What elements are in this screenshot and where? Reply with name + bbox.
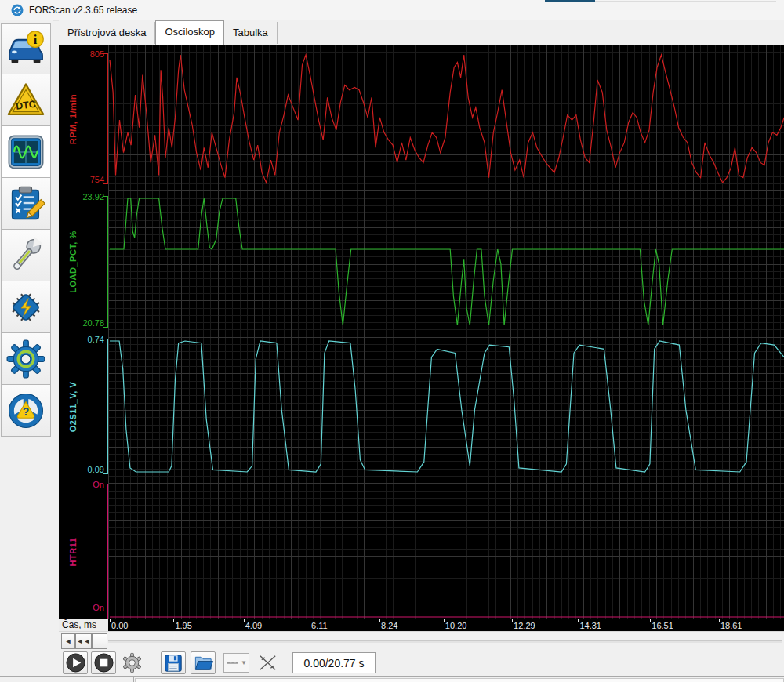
- x-tick-mark: [310, 619, 310, 622]
- x-tick-label: 6.11: [311, 621, 328, 630]
- x-tick-label: 4.09: [245, 621, 262, 630]
- save-icon: [163, 653, 183, 673]
- x-tick-label: 16.51: [652, 621, 673, 630]
- channel-min-o2s11-v-v: 0.09: [59, 464, 104, 475]
- axis-tick-min-htr11: [103, 619, 107, 619]
- trace-o2s11-v-v: [110, 341, 784, 472]
- x-tick-label: 0.00: [111, 621, 128, 630]
- trace-load-pct: [110, 198, 784, 325]
- markers-off-button[interactable]: [255, 651, 280, 674]
- x-tick-mark: [650, 619, 651, 622]
- channel-min-htr11: On: [59, 602, 104, 613]
- tab-oscilloscope[interactable]: Osciloskop: [155, 20, 224, 45]
- time-position-display[interactable]: 0.00/20.77 s: [292, 652, 376, 673]
- x-tick-mark: [173, 619, 174, 622]
- oscilloscope-icon: [5, 132, 46, 172]
- y-axis-htr11: [107, 484, 108, 619]
- sidebar-item-dtc[interactable]: DTC: [1, 74, 51, 126]
- channel-max-rpm-1-min: 805: [59, 49, 104, 60]
- record-settings-button[interactable]: [119, 651, 144, 674]
- channel-label-htr11: HTR11: [68, 489, 81, 615]
- y-axis-o2s11-v-v: [107, 339, 108, 474]
- tab-bar: Přístrojová deska Osciloskop Tabulka: [59, 20, 784, 45]
- dtc-icon: DTC: [5, 80, 46, 121]
- sidebar-item-oscilloscope[interactable]: [1, 126, 51, 178]
- sidebar-item-module-config[interactable]: [1, 281, 51, 333]
- chevron-down-icon: ▼: [241, 659, 247, 666]
- x-tick-mark: [719, 619, 720, 622]
- main-panel: Přístrojová deska Osciloskop Tabulka Čas…: [59, 20, 784, 682]
- x-axis-title: Čas, ms: [59, 619, 108, 631]
- x-tick-label: 8.24: [381, 621, 397, 630]
- channel-max-o2s11-v-v: 0.74: [59, 334, 104, 345]
- y-axis-load-pct: [107, 196, 108, 328]
- scroll-step-left-button[interactable]: ◄: [61, 633, 75, 649]
- x-tick-label: 14.31: [579, 621, 601, 630]
- stop-button[interactable]: [91, 651, 116, 674]
- timeline-scrollbar: ◄ ◄◄: [59, 631, 784, 651]
- tab-table[interactable]: Tabulka: [224, 22, 278, 44]
- module-config-icon: [5, 287, 46, 328]
- channel-label-o2s11-v-v: O2S11_V, V: [68, 344, 81, 470]
- stop-icon: [93, 652, 114, 673]
- x-tick-mark: [444, 619, 445, 622]
- marker-dropdown-value: [227, 662, 238, 664]
- sidebar-item-tests[interactable]: [1, 178, 51, 230]
- record-settings-icon: [122, 652, 143, 673]
- channel-max-load-pct: 23.92: [59, 191, 104, 202]
- vehicle-info-icon: i: [5, 28, 46, 69]
- channel-min-rpm-1-min: 754: [59, 174, 104, 185]
- x-tick-label: 1.95: [175, 621, 191, 630]
- toolbar: ▼ 0.00/20.77 s: [59, 650, 784, 676]
- titlebar-accent: [545, 0, 595, 2]
- x-axis: Čas, ms 0.001.954.096.118.2410.2012.2914…: [59, 619, 784, 631]
- channel-label-load-pct: LOAD_PCT, %: [68, 199, 81, 325]
- service-icon: [5, 235, 46, 276]
- panel-divider: [133, 677, 134, 682]
- tab-dashboard[interactable]: Přístrojová deska: [59, 22, 155, 44]
- open-icon: [193, 652, 214, 673]
- help-icon: ?: [5, 390, 46, 431]
- sidebar-item-help[interactable]: ?: [1, 385, 51, 437]
- markers-off-icon: [257, 652, 278, 673]
- sidebar-item-vehicle-info[interactable]: i: [1, 23, 51, 74]
- tests-icon: [5, 183, 46, 224]
- svg-text:?: ?: [23, 404, 30, 417]
- sidebar-item-settings[interactable]: [1, 333, 51, 385]
- app-logo-icon: [11, 4, 24, 16]
- svg-text:i: i: [34, 33, 38, 47]
- window-title: FORScan v2.3.65 release: [29, 5, 137, 16]
- x-tick-label: 10.20: [445, 621, 467, 630]
- titlebar: FORScan v2.3.65 release: [0, 0, 784, 21]
- channel-max-htr11: On: [59, 479, 104, 490]
- channel-min-load-pct: 20.78: [59, 317, 104, 328]
- play-button[interactable]: [63, 651, 88, 674]
- x-tick-mark: [379, 619, 380, 622]
- y-axis-rpm-1-min: [107, 53, 108, 184]
- scrollbar-thumb[interactable]: [92, 633, 107, 649]
- oscilloscope-display: Čas, ms 0.001.954.096.118.2410.2012.2914…: [59, 45, 784, 631]
- x-tick-mark: [578, 619, 579, 622]
- log-panel-top: [135, 678, 784, 682]
- x-tick-mark: [110, 619, 111, 622]
- sidebar: i DTC: [0, 20, 53, 682]
- save-button[interactable]: [161, 651, 186, 674]
- scrollbar-track[interactable]: [108, 640, 782, 643]
- marker-dropdown[interactable]: ▼: [223, 653, 249, 673]
- x-tick-label: 18.61: [720, 621, 742, 630]
- scroll-jump-start-button[interactable]: ◄◄: [75, 633, 92, 649]
- x-tick-mark: [244, 619, 245, 622]
- settings-icon: [5, 339, 46, 379]
- x-tick-label: 12.29: [514, 621, 535, 630]
- trace-rpm-1-min: [110, 55, 784, 183]
- titlebar-divider: [595, 1, 776, 2]
- channel-label-rpm-1-min: RPM, 1/min: [68, 56, 81, 182]
- open-button[interactable]: [191, 651, 216, 674]
- play-icon: [65, 652, 86, 673]
- sidebar-item-service[interactable]: [1, 230, 51, 281]
- bottom-panel-edge: [0, 676, 784, 682]
- signal-traces: [108, 45, 784, 619]
- x-tick-mark: [512, 619, 513, 622]
